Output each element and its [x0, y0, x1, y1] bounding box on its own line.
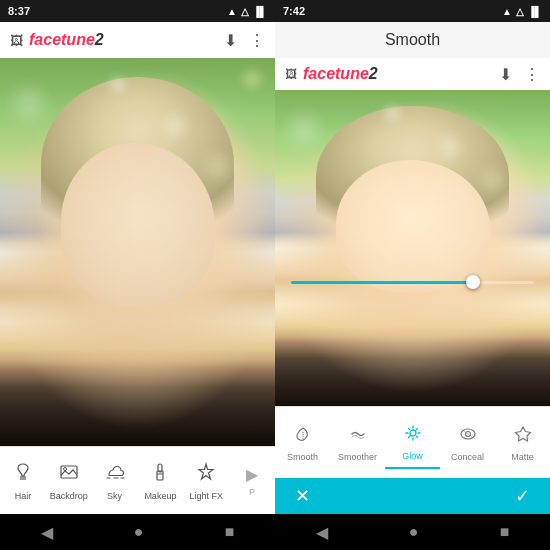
smooth-glow-label: Glow [402, 451, 423, 461]
smooth-matte-icon [513, 424, 533, 449]
right-app-header: 🖼 facetune2 ⬇ ⋮ [275, 58, 550, 90]
smooth-smooth-icon [293, 424, 313, 449]
left-header-icons: ⬇ ⋮ [224, 31, 265, 50]
left-photo-area [0, 58, 275, 446]
right-home-icon[interactable]: ● [409, 523, 419, 541]
left-nav-bar: ◀ ● ■ [0, 514, 275, 550]
right-logo-area: 🖼 facetune2 [285, 65, 378, 83]
smooth-slider-container[interactable] [275, 270, 550, 294]
right-nav-bar: ◀ ● ■ [275, 514, 550, 550]
svg-point-4 [63, 467, 66, 470]
left-more-icon: ▶ [246, 465, 258, 484]
smooth-slider-fill [291, 281, 473, 284]
left-app-header: 🖼 facetune2 ⬇ ⋮ [0, 22, 275, 58]
smooth-smooth-label: Smooth [287, 452, 318, 462]
right-time: 7:42 [283, 5, 305, 17]
left-recents-icon[interactable]: ■ [225, 523, 235, 541]
right-app-logo: facetune2 [303, 65, 378, 83]
left-tool-lightfx-label: Light FX [189, 491, 223, 501]
left-battery-icon: ▐▌ [253, 6, 267, 17]
right-title: Smooth [385, 31, 440, 49]
left-tool-more-label: P [249, 487, 255, 497]
left-status-icons: ▲ △ ▐▌ [227, 6, 267, 17]
smooth-conceal-icon [458, 424, 478, 449]
left-tool-backdrop-label: Backdrop [50, 491, 88, 501]
left-bokeh-5 [243, 70, 261, 88]
smooth-slider-thumb[interactable] [466, 275, 480, 289]
left-bokeh-1 [14, 89, 44, 119]
right-photo-area [275, 90, 550, 406]
left-app-logo: facetune2 [29, 31, 104, 49]
right-wifi-icon: △ [516, 6, 524, 17]
smooth-tool-matte[interactable]: Matte [495, 418, 550, 468]
right-signal-icon: ▲ [502, 6, 512, 17]
smooth-tool-smoother[interactable]: Smoother [330, 418, 385, 468]
right-bokeh-1 [289, 115, 319, 145]
left-tool-sky[interactable]: Sky [92, 461, 138, 501]
left-hair-icon [12, 461, 34, 488]
right-download-icon[interactable]: ⬇ [499, 65, 512, 84]
left-signal-icon: ▲ [227, 6, 237, 17]
right-title-bar: Smooth [275, 22, 550, 58]
right-action-bar: ✕ ✓ [275, 478, 550, 514]
left-lightfx-icon [195, 461, 217, 488]
left-panel: 8:37 ▲ △ ▐▌ 🖼 facetune2 ⬇ ⋮ [0, 0, 275, 550]
right-menu-icon[interactable]: ⋮ [524, 65, 540, 84]
smooth-smoother-icon [348, 424, 368, 449]
right-image-icon: 🖼 [285, 67, 297, 81]
smooth-tool-glow[interactable]: Glow [385, 417, 440, 469]
left-makeup-icon [149, 461, 171, 488]
left-time: 8:37 [8, 5, 30, 17]
right-back-icon[interactable]: ◀ [316, 523, 328, 542]
left-tool-sky-label: Sky [107, 491, 122, 501]
left-status-bar: 8:37 ▲ △ ▐▌ [0, 0, 275, 22]
smooth-conceal-label: Conceal [451, 452, 484, 462]
left-download-icon[interactable]: ⬇ [224, 31, 237, 50]
right-header-icons: ⬇ ⋮ [499, 65, 540, 84]
left-tool-makeup[interactable]: Makeup [137, 461, 183, 501]
smooth-tool-conceal[interactable]: Conceal [440, 418, 495, 468]
left-back-icon[interactable]: ◀ [41, 523, 53, 542]
left-photo-overlay [0, 58, 275, 446]
right-recents-icon[interactable]: ■ [500, 523, 510, 541]
left-tool-hair[interactable]: Hair [0, 461, 46, 501]
right-battery-icon: ▐▌ [528, 6, 542, 17]
smooth-tool-smooth[interactable]: Smooth [275, 418, 330, 468]
smooth-slider-track [291, 281, 534, 284]
right-bokeh-3 [385, 106, 400, 121]
left-wifi-icon: △ [241, 6, 249, 17]
svg-point-8 [410, 430, 416, 436]
svg-line-15 [416, 428, 417, 429]
left-tool-backdrop[interactable]: Backdrop [46, 461, 92, 501]
right-cancel-button[interactable]: ✕ [295, 485, 310, 507]
svg-line-13 [408, 428, 409, 429]
right-status-bar: 7:42 ▲ △ ▐▌ [275, 0, 550, 22]
left-home-icon[interactable]: ● [134, 523, 144, 541]
right-confirm-button[interactable]: ✓ [515, 485, 530, 507]
left-tool-makeup-label: Makeup [144, 491, 176, 501]
left-tool-hair-label: Hair [15, 491, 32, 501]
svg-line-14 [416, 436, 417, 437]
right-status-icons: ▲ △ ▐▌ [502, 6, 542, 17]
smooth-matte-label: Matte [511, 452, 534, 462]
smooth-smoother-label: Smoother [338, 452, 377, 462]
left-image-icon: 🖼 [10, 33, 23, 48]
left-tool-more[interactable]: ▶ P [229, 465, 275, 497]
left-backdrop-icon [58, 461, 80, 488]
smooth-glow-icon [403, 423, 423, 448]
right-panel: 7:42 ▲ △ ▐▌ Smooth 🖼 facetune2 ⬇ ⋮ [275, 0, 550, 550]
right-smooth-tools: Smooth Smoother [275, 406, 550, 478]
svg-line-16 [408, 436, 409, 437]
left-bottom-toolbar: Hair Backdrop Sky [0, 446, 275, 514]
left-logo-area: 🖼 facetune2 [10, 31, 104, 49]
left-sky-icon [104, 461, 126, 488]
left-tool-lightfx[interactable]: Light FX [183, 461, 229, 501]
left-menu-icon[interactable]: ⋮ [249, 31, 265, 50]
